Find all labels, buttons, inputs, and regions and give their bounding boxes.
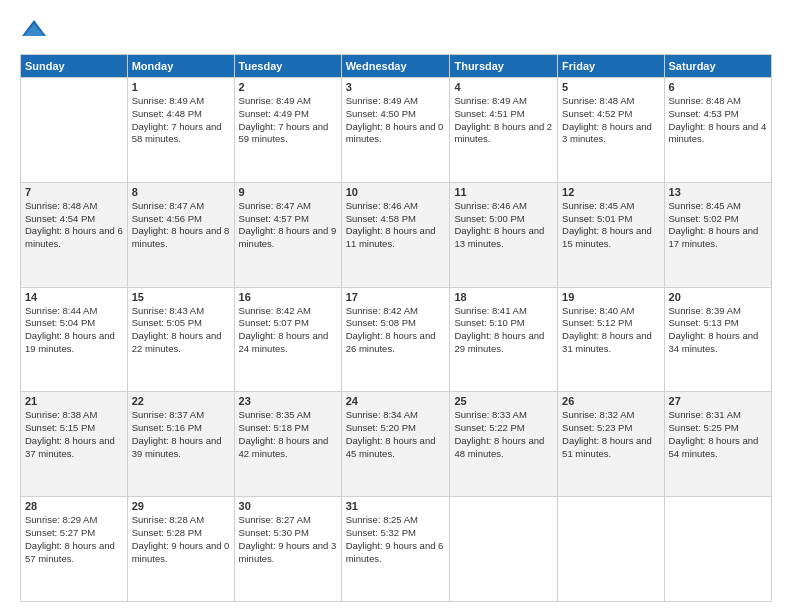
calendar-week-4: 21Sunrise: 8:38 AM Sunset: 5:15 PM Dayli… bbox=[21, 392, 772, 497]
calendar-cell: 8Sunrise: 8:47 AM Sunset: 4:56 PM Daylig… bbox=[127, 182, 234, 287]
day-number: 15 bbox=[132, 291, 230, 303]
day-number: 2 bbox=[239, 81, 337, 93]
day-details: Sunrise: 8:37 AM Sunset: 5:16 PM Dayligh… bbox=[132, 409, 230, 460]
day-number: 26 bbox=[562, 395, 659, 407]
day-details: Sunrise: 8:29 AM Sunset: 5:27 PM Dayligh… bbox=[25, 514, 123, 565]
day-header-thursday: Thursday bbox=[450, 55, 558, 78]
day-number: 8 bbox=[132, 186, 230, 198]
day-details: Sunrise: 8:41 AM Sunset: 5:10 PM Dayligh… bbox=[454, 305, 553, 356]
calendar-cell: 15Sunrise: 8:43 AM Sunset: 5:05 PM Dayli… bbox=[127, 287, 234, 392]
day-details: Sunrise: 8:42 AM Sunset: 5:08 PM Dayligh… bbox=[346, 305, 446, 356]
calendar-cell: 28Sunrise: 8:29 AM Sunset: 5:27 PM Dayli… bbox=[21, 497, 128, 602]
calendar-cell: 22Sunrise: 8:37 AM Sunset: 5:16 PM Dayli… bbox=[127, 392, 234, 497]
day-details: Sunrise: 8:34 AM Sunset: 5:20 PM Dayligh… bbox=[346, 409, 446, 460]
calendar-cell: 24Sunrise: 8:34 AM Sunset: 5:20 PM Dayli… bbox=[341, 392, 450, 497]
day-details: Sunrise: 8:49 AM Sunset: 4:51 PM Dayligh… bbox=[454, 95, 553, 146]
day-header-wednesday: Wednesday bbox=[341, 55, 450, 78]
day-number: 30 bbox=[239, 500, 337, 512]
day-number: 12 bbox=[562, 186, 659, 198]
day-details: Sunrise: 8:38 AM Sunset: 5:15 PM Dayligh… bbox=[25, 409, 123, 460]
page: SundayMondayTuesdayWednesdayThursdayFrid… bbox=[0, 0, 792, 612]
calendar-week-2: 7Sunrise: 8:48 AM Sunset: 4:54 PM Daylig… bbox=[21, 182, 772, 287]
day-number: 22 bbox=[132, 395, 230, 407]
day-number: 7 bbox=[25, 186, 123, 198]
calendar-cell: 9Sunrise: 8:47 AM Sunset: 4:57 PM Daylig… bbox=[234, 182, 341, 287]
day-number: 29 bbox=[132, 500, 230, 512]
calendar-cell: 31Sunrise: 8:25 AM Sunset: 5:32 PM Dayli… bbox=[341, 497, 450, 602]
calendar-cell: 4Sunrise: 8:49 AM Sunset: 4:51 PM Daylig… bbox=[450, 78, 558, 183]
calendar-cell: 26Sunrise: 8:32 AM Sunset: 5:23 PM Dayli… bbox=[558, 392, 664, 497]
day-details: Sunrise: 8:39 AM Sunset: 5:13 PM Dayligh… bbox=[669, 305, 767, 356]
day-number: 28 bbox=[25, 500, 123, 512]
logo bbox=[20, 16, 52, 44]
day-header-saturday: Saturday bbox=[664, 55, 771, 78]
calendar-cell: 18Sunrise: 8:41 AM Sunset: 5:10 PM Dayli… bbox=[450, 287, 558, 392]
calendar-cell: 14Sunrise: 8:44 AM Sunset: 5:04 PM Dayli… bbox=[21, 287, 128, 392]
day-details: Sunrise: 8:49 AM Sunset: 4:48 PM Dayligh… bbox=[132, 95, 230, 146]
day-details: Sunrise: 8:27 AM Sunset: 5:30 PM Dayligh… bbox=[239, 514, 337, 565]
day-details: Sunrise: 8:47 AM Sunset: 4:57 PM Dayligh… bbox=[239, 200, 337, 251]
calendar-week-5: 28Sunrise: 8:29 AM Sunset: 5:27 PM Dayli… bbox=[21, 497, 772, 602]
day-details: Sunrise: 8:47 AM Sunset: 4:56 PM Dayligh… bbox=[132, 200, 230, 251]
calendar-cell: 6Sunrise: 8:48 AM Sunset: 4:53 PM Daylig… bbox=[664, 78, 771, 183]
day-header-sunday: Sunday bbox=[21, 55, 128, 78]
calendar-cell bbox=[450, 497, 558, 602]
logo-icon bbox=[20, 16, 48, 44]
day-details: Sunrise: 8:49 AM Sunset: 4:49 PM Dayligh… bbox=[239, 95, 337, 146]
calendar-header-row: SundayMondayTuesdayWednesdayThursdayFrid… bbox=[21, 55, 772, 78]
day-details: Sunrise: 8:44 AM Sunset: 5:04 PM Dayligh… bbox=[25, 305, 123, 356]
day-number: 25 bbox=[454, 395, 553, 407]
day-number: 16 bbox=[239, 291, 337, 303]
calendar-cell: 20Sunrise: 8:39 AM Sunset: 5:13 PM Dayli… bbox=[664, 287, 771, 392]
day-number: 31 bbox=[346, 500, 446, 512]
calendar-cell: 30Sunrise: 8:27 AM Sunset: 5:30 PM Dayli… bbox=[234, 497, 341, 602]
day-details: Sunrise: 8:31 AM Sunset: 5:25 PM Dayligh… bbox=[669, 409, 767, 460]
calendar-cell: 19Sunrise: 8:40 AM Sunset: 5:12 PM Dayli… bbox=[558, 287, 664, 392]
day-details: Sunrise: 8:49 AM Sunset: 4:50 PM Dayligh… bbox=[346, 95, 446, 146]
calendar-week-3: 14Sunrise: 8:44 AM Sunset: 5:04 PM Dayli… bbox=[21, 287, 772, 392]
calendar-cell: 25Sunrise: 8:33 AM Sunset: 5:22 PM Dayli… bbox=[450, 392, 558, 497]
day-details: Sunrise: 8:33 AM Sunset: 5:22 PM Dayligh… bbox=[454, 409, 553, 460]
day-number: 11 bbox=[454, 186, 553, 198]
calendar-cell: 17Sunrise: 8:42 AM Sunset: 5:08 PM Dayli… bbox=[341, 287, 450, 392]
day-number: 6 bbox=[669, 81, 767, 93]
calendar-cell bbox=[21, 78, 128, 183]
calendar-cell: 5Sunrise: 8:48 AM Sunset: 4:52 PM Daylig… bbox=[558, 78, 664, 183]
calendar-table: SundayMondayTuesdayWednesdayThursdayFrid… bbox=[20, 54, 772, 602]
day-number: 9 bbox=[239, 186, 337, 198]
day-number: 3 bbox=[346, 81, 446, 93]
calendar-cell bbox=[664, 497, 771, 602]
day-header-tuesday: Tuesday bbox=[234, 55, 341, 78]
calendar-week-1: 1Sunrise: 8:49 AM Sunset: 4:48 PM Daylig… bbox=[21, 78, 772, 183]
calendar-cell: 12Sunrise: 8:45 AM Sunset: 5:01 PM Dayli… bbox=[558, 182, 664, 287]
calendar-cell: 2Sunrise: 8:49 AM Sunset: 4:49 PM Daylig… bbox=[234, 78, 341, 183]
day-number: 14 bbox=[25, 291, 123, 303]
day-details: Sunrise: 8:25 AM Sunset: 5:32 PM Dayligh… bbox=[346, 514, 446, 565]
day-number: 21 bbox=[25, 395, 123, 407]
day-details: Sunrise: 8:32 AM Sunset: 5:23 PM Dayligh… bbox=[562, 409, 659, 460]
day-details: Sunrise: 8:48 AM Sunset: 4:52 PM Dayligh… bbox=[562, 95, 659, 146]
day-details: Sunrise: 8:45 AM Sunset: 5:01 PM Dayligh… bbox=[562, 200, 659, 251]
calendar-cell: 3Sunrise: 8:49 AM Sunset: 4:50 PM Daylig… bbox=[341, 78, 450, 183]
day-details: Sunrise: 8:48 AM Sunset: 4:53 PM Dayligh… bbox=[669, 95, 767, 146]
calendar-cell: 27Sunrise: 8:31 AM Sunset: 5:25 PM Dayli… bbox=[664, 392, 771, 497]
day-number: 10 bbox=[346, 186, 446, 198]
calendar-cell: 23Sunrise: 8:35 AM Sunset: 5:18 PM Dayli… bbox=[234, 392, 341, 497]
calendar-cell: 7Sunrise: 8:48 AM Sunset: 4:54 PM Daylig… bbox=[21, 182, 128, 287]
day-number: 5 bbox=[562, 81, 659, 93]
calendar-cell bbox=[558, 497, 664, 602]
day-header-friday: Friday bbox=[558, 55, 664, 78]
day-header-monday: Monday bbox=[127, 55, 234, 78]
day-number: 24 bbox=[346, 395, 446, 407]
day-number: 1 bbox=[132, 81, 230, 93]
day-number: 19 bbox=[562, 291, 659, 303]
day-number: 27 bbox=[669, 395, 767, 407]
calendar-cell: 16Sunrise: 8:42 AM Sunset: 5:07 PM Dayli… bbox=[234, 287, 341, 392]
day-details: Sunrise: 8:46 AM Sunset: 5:00 PM Dayligh… bbox=[454, 200, 553, 251]
day-details: Sunrise: 8:45 AM Sunset: 5:02 PM Dayligh… bbox=[669, 200, 767, 251]
calendar-cell: 11Sunrise: 8:46 AM Sunset: 5:00 PM Dayli… bbox=[450, 182, 558, 287]
calendar-cell: 10Sunrise: 8:46 AM Sunset: 4:58 PM Dayli… bbox=[341, 182, 450, 287]
day-details: Sunrise: 8:46 AM Sunset: 4:58 PM Dayligh… bbox=[346, 200, 446, 251]
day-number: 13 bbox=[669, 186, 767, 198]
day-number: 18 bbox=[454, 291, 553, 303]
